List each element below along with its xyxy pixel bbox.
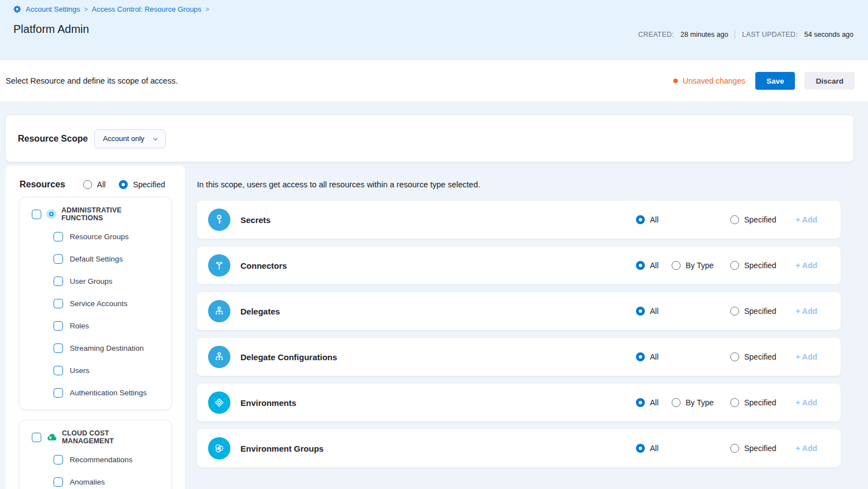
resource-row-delegates: Delegates All Specified + Add — [197, 292, 841, 330]
group-checkbox[interactable] — [32, 433, 41, 442]
radio-all[interactable]: All — [636, 215, 672, 224]
sidebar-item-default-settings[interactable]: Default Settings — [54, 252, 162, 265]
resource-row-environments: Environments All By Type Specified + Add — [197, 384, 841, 422]
item-checkbox[interactable] — [54, 254, 63, 264]
resource-row-secrets: Secrets All Specified + Add — [197, 201, 841, 239]
radio-specified[interactable]: Specified — [730, 307, 793, 316]
radio-checked-icon[interactable] — [636, 215, 645, 224]
resources-title: Resources — [20, 180, 65, 190]
resource-scope-selected-value: Account only — [103, 134, 144, 143]
sidebar-item-users[interactable]: Users — [54, 364, 162, 377]
sidebar-group-cloud-cost-management: $ CLOUD COST MANAGEMENT Recommendations … — [20, 420, 171, 489]
resources-radio-specified[interactable]: Specified — [119, 180, 165, 189]
add-link[interactable]: + Add — [795, 261, 817, 270]
radio-all[interactable]: All — [636, 307, 672, 316]
radio-icon[interactable] — [730, 261, 739, 270]
radio-icon[interactable] — [672, 261, 681, 270]
created-label: CREATED: — [638, 31, 674, 38]
resource-scope-card: Resource Scope Account only — [6, 115, 853, 162]
radio-all[interactable]: All — [636, 444, 672, 453]
resource-row-environment-groups: Environment Groups All Specified + Add — [197, 429, 841, 467]
resource-label: Secrets — [240, 215, 271, 225]
item-checkbox[interactable] — [54, 232, 63, 241]
admin-functions-icon — [46, 209, 56, 219]
add-link[interactable]: + Add — [795, 352, 817, 361]
resource-type-panel: In this scope, users get access to all r… — [197, 166, 841, 467]
radio-specified[interactable]: Specified — [730, 398, 793, 407]
item-checkbox[interactable] — [54, 455, 63, 464]
resource-label: Delegates — [240, 307, 280, 316]
discard-button[interactable]: Discard — [804, 72, 855, 90]
toolbar-instruction: Select Resource and define its scope of … — [6, 76, 178, 85]
radio-all[interactable]: All — [636, 352, 672, 361]
radio-icon[interactable] — [730, 444, 739, 453]
add-link[interactable]: + Add — [795, 307, 817, 316]
group-label: CLOUD COST MANAGEMENT — [62, 429, 162, 445]
sidebar-item-resource-groups[interactable]: Resource Groups — [54, 230, 162, 243]
add-link[interactable]: + Add — [795, 398, 817, 407]
radio-checked-icon[interactable] — [636, 352, 645, 361]
sidebar-item-anomalies[interactable]: Anomalies — [54, 475, 162, 488]
sidebar-group-administrative-functions: ADMINISTRATIVE FUNCTIONS Resource Groups… — [20, 197, 171, 409]
resource-scope-dropdown[interactable]: Account only — [94, 129, 165, 148]
group-checkbox[interactable] — [32, 210, 41, 219]
group-label: ADMINISTRATIVE FUNCTIONS — [61, 206, 162, 222]
radio-icon[interactable] — [672, 398, 681, 407]
delegates-icon — [208, 300, 230, 322]
item-checkbox[interactable] — [54, 477, 63, 487]
radio-specified[interactable]: Specified — [730, 352, 793, 361]
sidebar-item-service-accounts[interactable]: Service Accounts — [54, 297, 162, 310]
item-checkbox[interactable] — [54, 343, 63, 353]
unsaved-dot-icon — [673, 79, 678, 83]
radio-icon[interactable] — [83, 180, 92, 189]
radio-checked-icon[interactable] — [119, 180, 128, 189]
breadcrumb: Account Settings > Access Control: Resou… — [13, 5, 853, 13]
chevron-down-icon — [152, 135, 158, 142]
breadcrumb-link-access-control-resource-groups[interactable]: Access Control: Resource Groups — [92, 5, 202, 13]
item-checkbox[interactable] — [54, 277, 63, 286]
radio-checked-icon[interactable] — [636, 398, 645, 407]
radio-icon[interactable] — [730, 352, 739, 361]
environments-icon — [208, 391, 230, 414]
radio-by-type[interactable]: By Type — [672, 398, 730, 407]
radio-by-type[interactable]: By Type — [672, 261, 730, 270]
resource-label: Delegate Configurations — [240, 352, 337, 362]
radio-checked-icon[interactable] — [636, 261, 645, 270]
meta-divider — [735, 30, 735, 39]
add-link[interactable]: + Add — [795, 444, 817, 453]
action-toolbar: Select Resource and define its scope of … — [0, 60, 868, 101]
sidebar-item-recommendations[interactable]: Recommendations — [54, 453, 162, 466]
radio-all[interactable]: All — [636, 261, 672, 270]
scope-note: In this scope, users get access to all r… — [197, 180, 841, 189]
svg-text:$: $ — [50, 436, 51, 439]
sidebar-item-authentication-settings[interactable]: Authentication Settings — [54, 386, 162, 399]
radio-specified[interactable]: Specified — [730, 261, 793, 270]
resources-radio-all[interactable]: All — [83, 180, 106, 189]
breadcrumb-link-account-settings[interactable]: Account Settings — [26, 5, 80, 13]
sidebar-item-user-groups[interactable]: User Groups — [54, 274, 162, 288]
item-checkbox[interactable] — [54, 366, 63, 375]
radio-icon[interactable] — [730, 398, 739, 407]
resource-label: Environment Groups — [240, 444, 324, 453]
item-checkbox[interactable] — [54, 321, 63, 331]
secrets-icon — [208, 209, 230, 231]
resource-scope-label: Resource Scope — [18, 134, 88, 144]
radio-checked-icon[interactable] — [636, 444, 645, 453]
item-checkbox[interactable] — [54, 388, 63, 398]
sidebar-item-streaming-destination[interactable]: Streaming Destination — [54, 341, 162, 355]
item-checkbox[interactable] — [54, 299, 63, 308]
radio-specified[interactable]: Specified — [730, 215, 793, 224]
gear-icon — [13, 5, 22, 13]
header-meta: CREATED: 28 minutes ago LAST UPDATED: 54… — [638, 30, 853, 39]
radio-all[interactable]: All — [636, 398, 672, 407]
connectors-icon — [208, 254, 230, 277]
radio-specified-label: Specified — [133, 180, 165, 189]
add-link[interactable]: + Add — [795, 215, 817, 224]
radio-checked-icon[interactable] — [636, 307, 645, 316]
breadcrumb-separator: > — [84, 6, 88, 13]
save-button[interactable]: Save — [755, 72, 795, 90]
radio-specified[interactable]: Specified — [730, 444, 793, 453]
sidebar-item-roles[interactable]: Roles — [54, 319, 162, 332]
radio-icon[interactable] — [730, 307, 739, 316]
radio-icon[interactable] — [730, 215, 739, 224]
